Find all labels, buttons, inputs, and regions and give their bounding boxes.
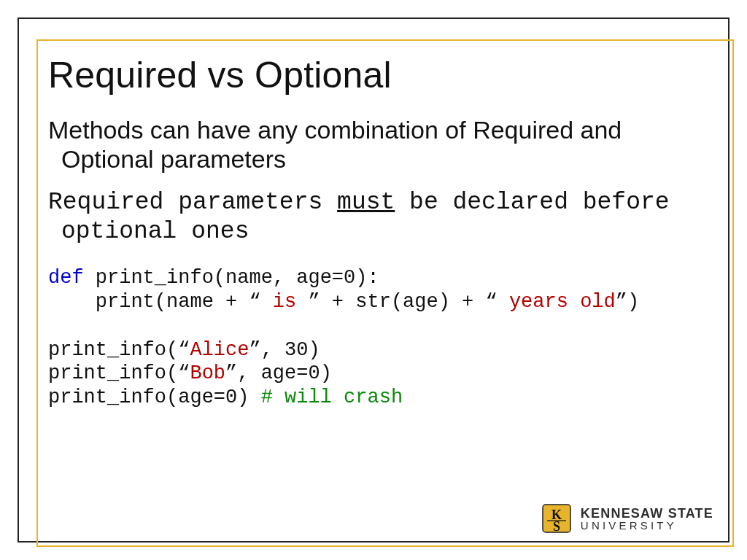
- body-paragraph-1: Methods can have any combination of Requ…: [61, 115, 703, 174]
- ks-monogram-icon: K S: [540, 502, 573, 535]
- str-is: is: [273, 291, 296, 313]
- slide: Required vs Optional Methods can have an…: [0, 0, 747, 560]
- code-l5-c: ”, age=0): [225, 362, 332, 384]
- logo-text: KENNESAW STATE UNIVERSITY: [581, 507, 713, 531]
- body-paragraph-2: Required parameters must be declared bef…: [61, 188, 703, 247]
- str-years-old: years old: [509, 291, 616, 313]
- code-block: def print_info(name, age=0): print(name …: [48, 266, 703, 411]
- body2-underlined: must: [337, 189, 395, 216]
- code-l4-c: ”, 30): [249, 339, 320, 361]
- kw-def: def: [48, 267, 84, 289]
- code-l1-rest: print_info(name, age=0):: [84, 267, 379, 289]
- slide-title: Required vs Optional: [48, 54, 703, 96]
- code-l4-a: print_info(“: [48, 339, 190, 361]
- code-l2-e: ”): [616, 291, 639, 313]
- comment-crash: # will crash: [261, 386, 403, 408]
- logo-line-1: KENNESAW STATE: [581, 507, 713, 520]
- code-l2-c: ” + str(age) + “: [296, 291, 509, 313]
- code-l2-a: print(name + “: [48, 291, 273, 313]
- body2-prefix: Required parameters: [48, 189, 337, 216]
- code-l5-a: print_info(“: [48, 362, 190, 384]
- code-l6-a: print_info(age=0): [48, 386, 261, 408]
- slide-content: Required vs Optional Methods can have an…: [48, 54, 703, 516]
- university-logo: K S KENNESAW STATE UNIVERSITY: [540, 502, 713, 535]
- str-bob: Bob: [190, 362, 225, 384]
- svg-text:S: S: [553, 519, 560, 534]
- logo-line-2: UNIVERSITY: [581, 520, 713, 531]
- str-alice: Alice: [190, 339, 249, 361]
